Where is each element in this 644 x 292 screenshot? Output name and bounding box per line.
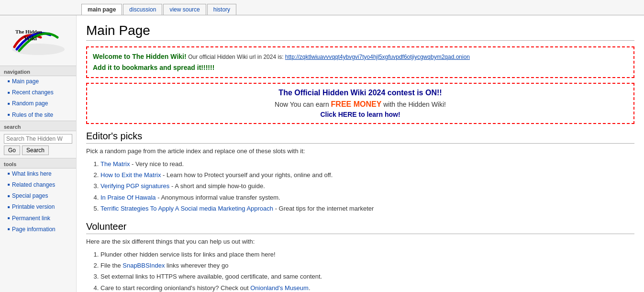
volunteer-item-3: Set external links to HTTPS where availa… <box>100 273 322 280</box>
editors-picks-intro: Pick a random page from the article inde… <box>86 147 634 155</box>
sidebar-item-printable[interactable]: Printable version <box>0 202 76 213</box>
free-money: FREE MONEY <box>331 100 382 108</box>
matrix-desc: - Very nice to read. <box>130 160 184 168</box>
welcome-intro: Our official Hidden Wiki url in 2024 is: <box>188 54 285 60</box>
tab-view-source[interactable]: view source <box>163 4 206 15</box>
sidebar-item-random-page[interactable]: Random page <box>0 98 76 109</box>
volunteer-item-4-prefix: Care to start recording onionland's hist… <box>100 284 250 292</box>
sidebar-item-permanent-link[interactable]: Permanent link <box>0 213 76 224</box>
svg-text:Wiki: Wiki <box>24 34 37 42</box>
nav-section-title: navigation <box>0 66 76 76</box>
exit-matrix-desc: - Learn how to Protect yourself and your… <box>161 171 333 179</box>
editors-picks-title: Editor's picks <box>86 131 634 144</box>
list-item: Plunder other hidden service lists for l… <box>100 249 634 260</box>
go-button[interactable]: Go <box>4 146 20 155</box>
sidebar-item-main-page[interactable]: Main page <box>0 76 76 87</box>
tab-discussion[interactable]: discussion <box>123 4 162 15</box>
sidebar-item-special-pages[interactable]: Special pages <box>0 191 76 202</box>
page-title: Main Page <box>86 23 634 41</box>
sidebar-item-rules[interactable]: Rules of the site <box>0 110 76 121</box>
layout: The Hidden Wiki navigation Main page Rec… <box>0 15 644 292</box>
welcome-bold: Welcome to The Hidden Wiki! <box>93 53 187 60</box>
sidebar-item-related-changes[interactable]: Related changes <box>0 180 76 191</box>
search-input[interactable] <box>4 134 72 144</box>
sidebar: The Hidden Wiki navigation Main page Rec… <box>0 15 77 292</box>
contest-line3[interactable]: Click HERE to learn how! <box>97 111 624 118</box>
pgp-desc: - A short and simple how-to guide. <box>169 182 265 190</box>
welcome-url[interactable]: http://zqktlwiuavvvqqt4ybvgvi7tyo4hjl5xg… <box>285 54 470 60</box>
strategies-desc: - Great tips for the internet marketer <box>273 205 374 212</box>
matrix-link[interactable]: The Matrix <box>100 160 130 168</box>
volunteer-title: Volunteer <box>86 221 634 234</box>
sidebar-item-what-links-here[interactable]: What links here <box>0 168 76 180</box>
list-item: In Praise Of Hawala - Anonymous informal… <box>100 192 634 203</box>
exit-matrix-link[interactable]: How to Exit the Matrix <box>100 171 161 179</box>
editors-picks-list: The Matrix - Very nice to read. How to E… <box>100 158 634 214</box>
list-item: Care to start recording onionland's hist… <box>100 282 634 292</box>
top-tabs: main page discussion view source history <box>0 0 644 15</box>
logo-area: The Hidden Wiki <box>0 19 76 62</box>
site-logo: The Hidden Wiki <box>10 23 67 56</box>
volunteer-item-2-prefix: File the <box>100 262 122 269</box>
welcome-banner: Welcome to The Hidden Wiki! Our official… <box>86 46 634 78</box>
tab-main[interactable]: main page <box>81 4 122 15</box>
list-item: File the SnapBBSIndex links wherever the… <box>100 260 634 271</box>
hawala-link[interactable]: In Praise Of Hawala <box>100 194 156 201</box>
sidebar-item-page-info[interactable]: Page information <box>0 224 76 235</box>
search-section-title: search <box>0 121 76 131</box>
list-item: How to Exit the Matrix - Learn how to Pr… <box>100 169 634 180</box>
welcome-spread: Add it to bookmarks and spread it!!!!!! <box>93 64 214 71</box>
pgp-link[interactable]: Verifying PGP signatures <box>100 182 169 190</box>
contest-line2-suffix: with the Hidden Wiki! <box>381 101 446 108</box>
svg-text:The Hidden: The Hidden <box>15 29 42 34</box>
sidebar-item-recent-changes[interactable]: Recent changes <box>0 87 76 98</box>
volunteer-intro: Here are the six different things that y… <box>86 238 634 245</box>
search-box: Go Search <box>0 131 76 158</box>
search-button[interactable]: Search <box>22 146 49 155</box>
main-content: Main Page Welcome to The Hidden Wiki! Ou… <box>77 15 644 292</box>
search-buttons: Go Search <box>4 146 72 155</box>
volunteer-item-2-suffix: links wherever they go <box>165 262 228 269</box>
contest-line2-prefix: Now You can earn <box>275 101 331 108</box>
snapbbs-link[interactable]: SnapBBSIndex <box>122 262 165 269</box>
onionland-link[interactable]: Onionland's Museum <box>250 284 309 292</box>
strategies-link[interactable]: Terrific Strategies To Apply A Social me… <box>100 205 273 212</box>
volunteer-list: Plunder other hidden service lists for l… <box>100 249 634 292</box>
list-item: The Matrix - Very nice to read. <box>100 158 634 169</box>
contest-banner: The Official Hidden Wiki 2024 contest is… <box>86 83 634 124</box>
tab-history[interactable]: history <box>207 4 236 15</box>
contest-line2: Now You can earn FREE MONEY with the Hid… <box>97 100 624 109</box>
list-item: Terrific Strategies To Apply A Social me… <box>100 203 634 214</box>
tools-section-title: tools <box>0 158 76 168</box>
hawala-desc: - Anonymous informal value transfer syst… <box>156 194 280 201</box>
volunteer-item-4-suffix: . <box>309 284 311 292</box>
list-item: Verifying PGP signatures - A short and s… <box>100 180 634 191</box>
volunteer-item-1: Plunder other hidden service lists for l… <box>100 251 276 258</box>
list-item: Set external links to HTTPS where availa… <box>100 271 634 282</box>
contest-title: The Official Hidden Wiki 2024 contest is… <box>97 89 624 97</box>
